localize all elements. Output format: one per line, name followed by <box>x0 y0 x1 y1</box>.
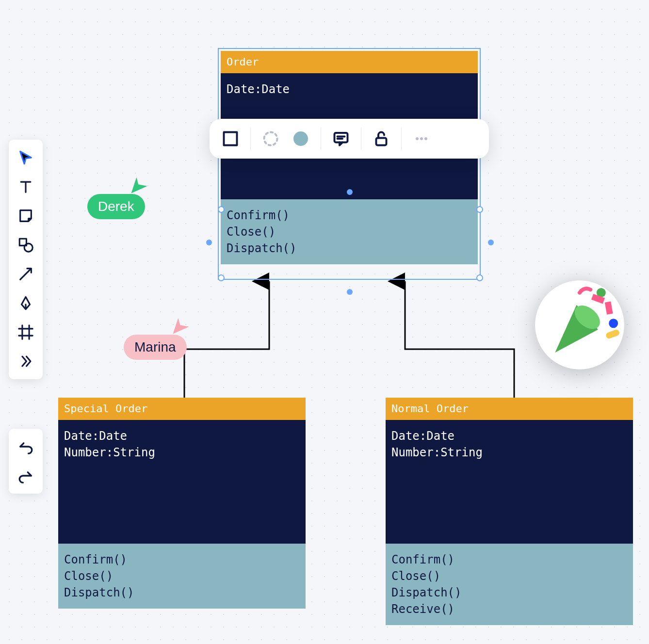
collaborator-name-pill: Derek <box>87 194 145 219</box>
chevron-right-icon <box>17 353 34 370</box>
svg-point-9 <box>424 137 427 140</box>
svg-point-13 <box>609 319 618 328</box>
collaborator-name-pill: Marina <box>124 335 187 360</box>
class-box-special-order[interactable]: Special Order Date:Date Number:String Co… <box>58 398 306 609</box>
comment-button[interactable] <box>331 129 351 149</box>
selection-handle[interactable] <box>476 274 483 281</box>
collaborator-cursor-marina: Marina <box>124 315 187 360</box>
pen-icon <box>17 295 34 311</box>
class-box-normal-order[interactable]: Normal Order Date:Date Number:String Con… <box>386 398 633 625</box>
selection-handle[interactable] <box>218 206 225 213</box>
selection-handle[interactable] <box>476 206 483 213</box>
svg-point-1 <box>24 243 32 252</box>
class-method: Confirm() <box>227 207 472 224</box>
connector-normal-to-order[interactable] <box>405 281 514 398</box>
more-options-button[interactable] <box>411 129 432 149</box>
unlock-icon <box>373 130 390 147</box>
more-tool[interactable] <box>13 348 39 374</box>
redo-button[interactable] <box>13 463 39 489</box>
svg-point-7 <box>416 137 419 140</box>
arrow-tool[interactable] <box>13 261 39 287</box>
square-outline-icon <box>222 130 239 147</box>
class-methods: Confirm() Close() Dispatch() <box>221 199 478 264</box>
party-popper-sticker[interactable] <box>534 279 626 371</box>
class-method: Close() <box>64 568 300 584</box>
class-method: Dispatch() <box>227 240 472 257</box>
class-method: Dispatch() <box>391 584 627 601</box>
note-tool[interactable] <box>13 203 39 229</box>
comment-icon <box>332 130 350 147</box>
fill-color-button[interactable] <box>291 129 311 149</box>
class-methods: Confirm() Close() Dispatch() Receive() <box>386 544 633 625</box>
class-method: Close() <box>391 568 627 584</box>
lock-button[interactable] <box>371 129 391 149</box>
context-toolbar <box>210 119 489 159</box>
selection-handle[interactable] <box>218 274 225 281</box>
toolbar-divider <box>250 128 251 150</box>
sticky-note-icon <box>17 208 34 224</box>
svg-point-8 <box>420 137 423 140</box>
class-title: Special Order <box>58 398 306 420</box>
toolbar-divider <box>361 128 361 150</box>
connector-special-to-order[interactable] <box>184 281 269 398</box>
shapes-icon <box>17 237 34 253</box>
svg-rect-2 <box>224 132 237 145</box>
class-method: Close() <box>227 224 472 240</box>
selection-side-handle[interactable] <box>488 240 494 245</box>
class-attributes: Date:Date Number:String <box>58 420 306 544</box>
class-attribute: Date:Date <box>64 428 300 444</box>
class-attribute: Number:String <box>391 444 627 461</box>
border-style-button[interactable] <box>260 129 281 149</box>
class-attribute: Date:Date <box>227 81 472 97</box>
cursor-icon <box>17 149 34 166</box>
frame-tool[interactable] <box>13 319 39 345</box>
redo-icon <box>17 467 34 484</box>
cursor-pointer-icon <box>170 315 192 337</box>
history-toolbar <box>9 429 43 494</box>
selection-mid-handle[interactable] <box>347 289 353 295</box>
svg-point-3 <box>264 132 277 145</box>
frame-icon <box>17 324 34 340</box>
class-method: Confirm() <box>64 551 300 568</box>
class-method: Receive() <box>391 601 627 617</box>
collaborator-cursor-derek: Derek <box>87 175 145 219</box>
class-method: Dispatch() <box>64 584 300 601</box>
dashed-circle-icon <box>262 130 279 147</box>
selection-mid-handle[interactable] <box>347 189 353 195</box>
undo-icon <box>17 438 34 455</box>
class-attribute: Date:Date <box>391 428 627 444</box>
shape-tool[interactable] <box>13 232 39 258</box>
text-tool[interactable] <box>13 174 39 200</box>
filled-circle-icon <box>292 130 309 147</box>
svg-point-4 <box>293 131 308 146</box>
toolbar-divider <box>401 128 402 150</box>
class-methods: Confirm() Close() Dispatch() <box>58 544 306 609</box>
class-attributes: Date:Date Number:String <box>386 420 633 544</box>
toolbar-divider <box>321 128 321 150</box>
select-tool[interactable] <box>13 145 39 171</box>
svg-rect-5 <box>335 133 348 143</box>
undo-button[interactable] <box>13 434 39 460</box>
class-attribute: Number:String <box>64 444 300 461</box>
pen-tool[interactable] <box>13 290 39 316</box>
arrow-icon <box>17 266 34 282</box>
class-method: Confirm() <box>391 551 627 568</box>
main-toolbar <box>9 140 43 379</box>
ellipsis-icon <box>413 130 430 147</box>
class-title: Order <box>221 51 478 73</box>
text-icon <box>17 178 34 195</box>
selection-side-handle[interactable] <box>206 240 212 245</box>
stroke-style-button[interactable] <box>220 129 241 149</box>
class-title: Normal Order <box>386 398 633 420</box>
cursor-pointer-icon <box>129 175 150 196</box>
diagram-canvas[interactable]: Order Date:Date Confirm() Close() Dispat… <box>0 0 649 644</box>
svg-rect-6 <box>376 138 387 145</box>
